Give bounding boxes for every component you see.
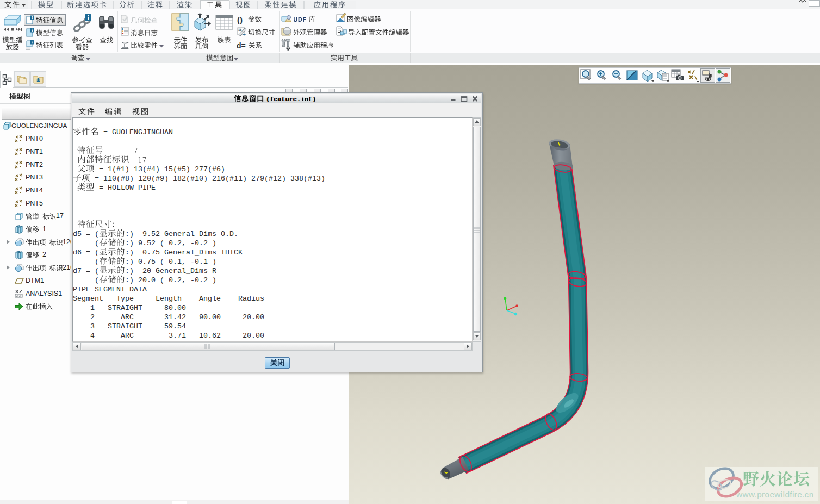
svg-text:15: 15 [238, 28, 242, 32]
